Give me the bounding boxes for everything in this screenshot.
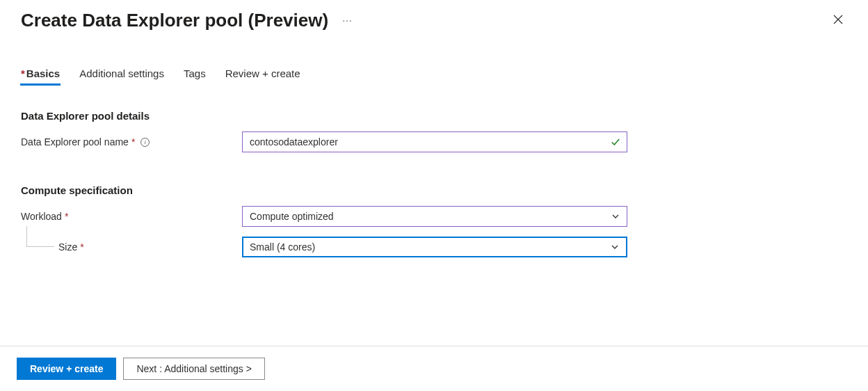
label-text: Size xyxy=(58,241,77,253)
label-size: Size * xyxy=(21,241,242,253)
footer-bar: Review + create Next : Additional settin… xyxy=(0,346,868,391)
size-dropdown[interactable]: Small (4 cores) xyxy=(242,237,627,257)
required-indicator: * xyxy=(21,67,25,79)
chevron-down-icon xyxy=(611,212,620,221)
field-pool-name xyxy=(242,131,627,152)
tab-bar: *Basics Additional settings Tags Review … xyxy=(0,37,868,85)
tab-additional-settings[interactable]: Additional settings xyxy=(79,67,164,85)
tab-label: Tags xyxy=(184,67,206,79)
required-star: * xyxy=(65,211,68,222)
section-details: Data Explorer pool details Data Explorer… xyxy=(21,110,847,152)
label-text: Workload xyxy=(21,211,62,222)
field-size: Small (4 cores) xyxy=(242,237,627,257)
info-icon[interactable]: i xyxy=(140,138,150,147)
label-workload: Workload * xyxy=(21,211,242,222)
tab-label: Additional settings xyxy=(79,67,164,79)
tab-label: Basics xyxy=(26,67,60,79)
tab-label: Review + create xyxy=(225,67,300,79)
row-size: Size * Small (4 cores) xyxy=(21,237,847,257)
section-title-details: Data Explorer pool details xyxy=(21,110,847,122)
close-icon[interactable] xyxy=(829,10,847,31)
workload-dropdown[interactable]: Compute optimized xyxy=(242,206,627,227)
label-text: Data Explorer pool name xyxy=(21,136,129,147)
form-content: Data Explorer pool details Data Explorer… xyxy=(0,85,868,257)
row-workload: Workload * Compute optimized xyxy=(21,206,847,227)
dropdown-value: Small (4 cores) xyxy=(250,241,315,253)
tab-basics[interactable]: *Basics xyxy=(21,67,60,85)
next-button[interactable]: Next : Additional settings > xyxy=(123,358,264,380)
required-star: * xyxy=(131,136,135,147)
panel-header: Create Data Explorer pool (Preview) ··· xyxy=(0,0,868,37)
tab-review-create[interactable]: Review + create xyxy=(225,67,300,85)
tab-tags[interactable]: Tags xyxy=(184,67,206,85)
page-title: Create Data Explorer pool (Preview) xyxy=(21,10,328,31)
row-pool-name: Data Explorer pool name * i xyxy=(21,131,847,152)
review-create-button[interactable]: Review + create xyxy=(17,358,116,380)
required-star: * xyxy=(80,241,83,253)
section-title-compute: Compute specification xyxy=(21,184,847,196)
tree-connector xyxy=(26,226,54,247)
pool-name-input[interactable] xyxy=(242,131,627,152)
more-icon[interactable]: ··· xyxy=(342,15,353,27)
dropdown-value: Compute optimized xyxy=(250,211,334,222)
field-workload: Compute optimized xyxy=(242,206,627,227)
section-compute: Compute specification Workload * Compute… xyxy=(21,184,847,257)
header-left: Create Data Explorer pool (Preview) ··· xyxy=(21,10,353,31)
label-pool-name: Data Explorer pool name * i xyxy=(21,136,242,147)
checkmark-icon xyxy=(611,137,620,147)
chevron-down-icon xyxy=(611,243,619,251)
